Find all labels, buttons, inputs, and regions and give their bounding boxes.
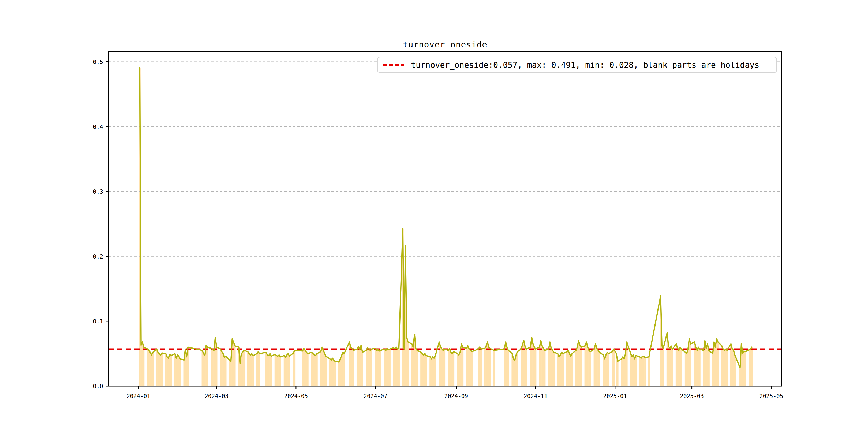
- day-bar: [371, 349, 372, 386]
- day-bar: [604, 359, 606, 386]
- day-bar: [478, 349, 479, 386]
- day-bar: [530, 347, 531, 386]
- day-bar: [543, 348, 544, 386]
- day-bar: [576, 350, 577, 386]
- day-bar: [225, 356, 226, 386]
- y-tick-label: 0.4: [93, 124, 103, 130]
- day-bar: [571, 353, 573, 386]
- day-bar: [708, 350, 709, 386]
- day-bar: [621, 359, 622, 386]
- day-bar: [429, 357, 431, 386]
- day-bar: [678, 350, 680, 386]
- day-bar: [247, 352, 249, 386]
- day-bar: [356, 349, 358, 386]
- day-bar: [396, 347, 397, 386]
- day-bar: [180, 359, 181, 386]
- day-bar: [450, 352, 452, 386]
- day-bar: [433, 358, 435, 386]
- day-bar: [551, 348, 552, 386]
- day-bar: [578, 341, 579, 386]
- day-bar: [512, 353, 513, 386]
- day-bar: [323, 350, 324, 386]
- chart-title: turnover oneside: [108, 40, 782, 49]
- day-bar: [343, 353, 345, 386]
- day-bar: [623, 359, 625, 386]
- day-bar: [333, 360, 334, 386]
- day-bar: [220, 349, 221, 386]
- day-bar: [460, 352, 461, 386]
- day-bar: [534, 347, 535, 386]
- day-bar: [493, 350, 495, 386]
- day-bar: [432, 357, 433, 386]
- day-bar: [242, 352, 243, 386]
- day-bar: [289, 356, 290, 386]
- day-bar: [315, 355, 316, 386]
- day-bar: [314, 355, 315, 386]
- day-bar: [544, 350, 546, 386]
- day-bar: [469, 349, 470, 386]
- day-bar: [594, 349, 595, 386]
- day-bar: [440, 347, 441, 386]
- day-bar: [648, 357, 650, 386]
- day-bar: [558, 357, 560, 386]
- day-bar: [541, 346, 543, 386]
- day-bar: [284, 355, 285, 386]
- axis-ticks: [105, 62, 771, 389]
- day-bar: [695, 347, 696, 386]
- day-bar: [686, 353, 687, 386]
- day-bar: [157, 352, 159, 386]
- day-bar: [625, 353, 626, 386]
- day-bar: [415, 348, 416, 386]
- day-bar: [280, 357, 281, 386]
- day-bar: [148, 350, 150, 386]
- x-tick-label: 2024-11: [524, 393, 548, 399]
- day-bar: [733, 350, 734, 386]
- day-bar: [394, 349, 396, 386]
- day-bar: [169, 354, 170, 386]
- day-bar: [266, 352, 267, 386]
- day-bar: [379, 351, 380, 386]
- day-bar: [294, 350, 296, 386]
- day-bar: [207, 347, 208, 386]
- day-bar: [639, 357, 641, 386]
- day-bar: [712, 353, 713, 386]
- day-bar: [351, 348, 353, 386]
- day-bar: [307, 353, 308, 386]
- day-bar: [311, 352, 312, 386]
- day-bar: [441, 349, 442, 386]
- day-bar: [613, 349, 615, 386]
- day-bar: [722, 349, 724, 386]
- day-bar: [470, 350, 471, 386]
- trading-day-bars: [139, 67, 752, 386]
- day-bar: [312, 353, 314, 386]
- y-tick-label: 0.0: [93, 383, 103, 390]
- y-tick-label: 0.3: [93, 189, 103, 195]
- day-bar: [525, 347, 526, 386]
- day-bar: [734, 355, 736, 386]
- day-bar: [358, 346, 359, 386]
- day-bar: [486, 346, 487, 386]
- day-bar: [523, 341, 525, 386]
- day-bar: [161, 353, 163, 386]
- day-bar: [642, 356, 643, 386]
- day-bar: [203, 353, 204, 386]
- day-bar: [617, 362, 618, 386]
- day-bar: [687, 349, 689, 386]
- day-bar: [341, 355, 342, 386]
- day-bar: [581, 347, 582, 386]
- day-bar: [595, 344, 596, 386]
- day-bar: [706, 348, 707, 386]
- day-bar: [504, 349, 505, 386]
- day-bar: [240, 363, 241, 386]
- day-bar: [275, 354, 276, 386]
- x-tick-label: 2024-05: [284, 393, 308, 399]
- day-bar: [352, 350, 354, 386]
- day-bar: [448, 350, 449, 386]
- day-bar: [672, 349, 673, 386]
- day-bar: [662, 348, 664, 386]
- day-bar: [453, 352, 454, 386]
- day-bar: [553, 352, 555, 386]
- day-bar: [285, 358, 286, 386]
- day-bar: [141, 345, 142, 386]
- day-bar: [370, 350, 371, 386]
